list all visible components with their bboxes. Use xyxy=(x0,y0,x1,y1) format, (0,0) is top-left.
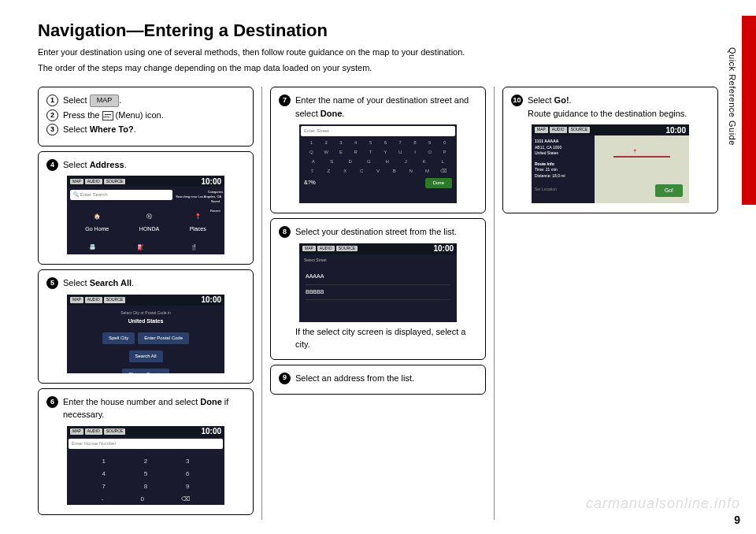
step-5-post: . xyxy=(132,278,134,287)
step-8: 8 Select your destination street from th… xyxy=(279,225,477,239)
step-10-pre: Select xyxy=(528,95,554,105)
column-3: 10 Select Go!. Route guidance to the des… xyxy=(502,87,718,520)
step-box-9: 9 Select an address from the list. xyxy=(270,365,486,395)
step-6-pre: Enter the house number and select xyxy=(63,397,200,406)
side-tab-label: Quick Reference Guide xyxy=(728,47,737,146)
step-8-text: Select your destination street from the … xyxy=(295,225,477,239)
step-9-text: Select an address from the list. xyxy=(295,372,477,385)
step-3-bold: Where To? xyxy=(90,124,134,134)
menu-icon xyxy=(102,111,113,121)
step-bullet-10: 10 xyxy=(511,95,523,106)
column-1: 1 Select MAP. 2 Press the (Menu) icon. 3… xyxy=(38,87,254,520)
step-box-7: 7 Enter the name of your destination str… xyxy=(270,87,486,213)
step-6: 6 Enter the house number and select Done… xyxy=(46,395,245,421)
step-box-5: 5 Select Search All. MAPAUDIOSOURCE 10:0… xyxy=(38,269,254,384)
step-7: 7 Enter the name of your destination str… xyxy=(279,94,477,120)
screenshot-where-to: MAPAUDIOSOURCE 10:00 🔍 Enter Search Sear… xyxy=(67,176,224,254)
intro-line-2: The order of the steps may change depend… xyxy=(38,61,718,75)
step-box-10: 10 Select Go!. Route guidance to the des… xyxy=(502,87,718,213)
step-10-line2: Route guidance to the destination begins… xyxy=(528,107,710,121)
column-divider-1 xyxy=(261,87,262,520)
watermark: carmanualsonline.info xyxy=(586,495,740,512)
screenshot-route-go: MAPAUDIOSOURCE 10:00 1111 AAAAA AB11, CA… xyxy=(532,124,689,203)
step-bullet-8: 8 xyxy=(279,226,291,238)
column-divider-2 xyxy=(494,87,495,520)
step-bullet-6: 6 xyxy=(46,396,58,408)
step-4-pre: Select xyxy=(63,160,90,169)
step-3-pre: Select xyxy=(63,124,90,134)
step-4-post: . xyxy=(124,160,127,169)
step-3-post: . xyxy=(134,124,136,134)
step-box-1-2-3: 1 Select MAP. 2 Press the (Menu) icon. 3… xyxy=(38,87,254,146)
screenshot-house-number: MAPAUDIOSOURCE 10:00 Enter House Number … xyxy=(67,426,224,505)
step-1: 1 Select MAP. xyxy=(46,94,245,107)
step-10: 10 Select Go!. Route guidance to the des… xyxy=(511,94,710,120)
step-bullet-2: 2 xyxy=(46,109,58,121)
step-10-post: . xyxy=(569,95,572,105)
places-icon: 📍 xyxy=(191,210,205,224)
step-6-bold: Done xyxy=(200,397,222,406)
home-icon: 🏠 xyxy=(90,210,104,224)
step-box-8: 8 Select your destination street from th… xyxy=(270,218,486,360)
step-3: 3 Select Where To?. xyxy=(46,123,245,136)
screenshot-select-city: MAPAUDIOSOURCE 10:00 Select City or Post… xyxy=(67,295,224,373)
ev-icon: ⛽ xyxy=(134,240,148,254)
screenshot-select-street: MAPAUDIOSOURCE 10:00 Select Street AAAAA… xyxy=(299,243,457,322)
page-number: 9 xyxy=(734,514,740,526)
side-tab-marker xyxy=(742,16,756,205)
step-1-post: . xyxy=(119,95,121,105)
step-bullet-5: 5 xyxy=(46,277,58,289)
step-bullet-4: 4 xyxy=(46,159,58,171)
step-7-bold: Done xyxy=(321,109,343,118)
step-2-post: (Menu) icon. xyxy=(113,110,164,120)
step-5-bold: Search All xyxy=(90,278,132,287)
step-2-pre: Press the xyxy=(63,110,102,120)
page-title: Navigation—Entering a Destination xyxy=(38,20,718,41)
page-content: Navigation—Entering a Destination Enter … xyxy=(0,0,756,528)
step-box-4: 4 Select Address. MAPAUDIOSOURCE 10:00 🔍… xyxy=(38,151,254,265)
step-1-pre: Select xyxy=(63,95,90,105)
restaurant-icon: 🍴 xyxy=(187,240,202,254)
step-4-bold: Address xyxy=(90,160,124,169)
step-bullet-1: 1 xyxy=(46,95,58,106)
intro-line-1: Enter your destination using one of seve… xyxy=(38,46,718,59)
screenshot-enter-street: Enter Street 1234567890 QWERTYUIOP ASDGH… xyxy=(299,124,457,203)
step-bullet-9: 9 xyxy=(279,373,291,384)
honda-icon: Ⓗ xyxy=(142,210,156,224)
step-10-bold: Go! xyxy=(554,95,569,105)
column-2: 7 Enter the name of your destination str… xyxy=(270,87,486,520)
step-bullet-7: 7 xyxy=(279,95,291,106)
step-bullet-3: 3 xyxy=(46,124,58,135)
step-4: 4 Select Address. xyxy=(46,158,245,172)
step-7-post: . xyxy=(342,109,344,118)
step-5-pre: Select xyxy=(63,278,90,287)
map-button-graphic: MAP xyxy=(90,95,120,107)
step-9: 9 Select an address from the list. xyxy=(279,372,477,385)
address-icon: 📇 xyxy=(85,240,99,254)
step-5: 5 Select Search All. xyxy=(46,276,245,290)
map-preview: 📍 Go! xyxy=(595,135,689,203)
go-button-graphic: Go! xyxy=(655,184,683,198)
columns-container: 1 Select MAP. 2 Press the (Menu) icon. 3… xyxy=(38,87,718,520)
step-2: 2 Press the (Menu) icon. xyxy=(46,109,245,122)
step-box-6: 6 Enter the house number and select Done… xyxy=(38,388,254,515)
step-8-note: If the select city screen is displayed, … xyxy=(279,325,477,351)
